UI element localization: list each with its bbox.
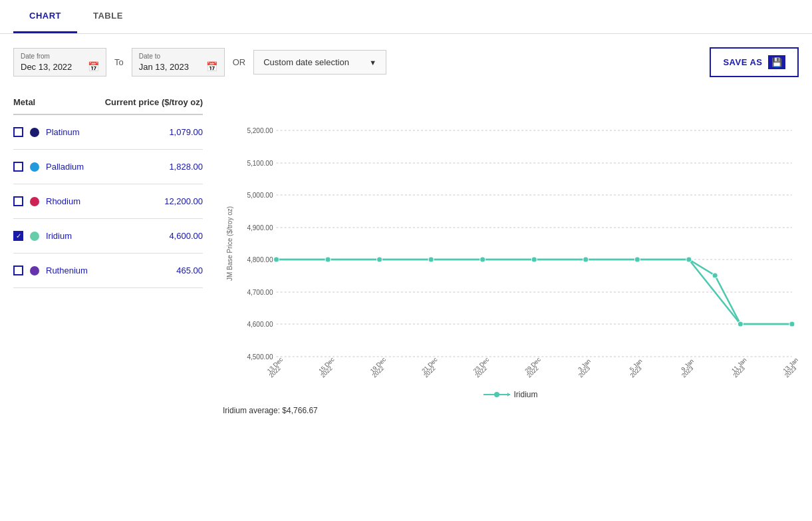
svg-text:5,200.00: 5,200.00: [247, 127, 273, 134]
metal-name[interactable]: Rhodium: [46, 196, 80, 206]
legend-iridium: Iridium: [483, 390, 537, 399]
svg-text:4,900.00: 4,900.00: [247, 224, 273, 232]
date-from-value: Dec 13, 2022: [21, 62, 72, 72]
chart-svg: .grid-line { stroke: #bbb; stroke-width:…: [223, 117, 799, 383]
svg-text:5,100.00: 5,100.00: [247, 160, 273, 167]
tab-chart[interactable]: CHART: [13, 0, 77, 33]
metal-dot: [30, 162, 39, 172]
chart-area: .grid-line { stroke: #bbb; stroke-width:…: [203, 117, 799, 422]
metals-panel: Metal Current price ($/troy oz) Platinum…: [13, 90, 203, 422]
date-to-value: Jan 13, 2023: [139, 62, 189, 72]
metal-dot: [30, 128, 39, 137]
date-from-field[interactable]: Date from Dec 13, 2022 📅: [13, 48, 106, 77]
controls-bar: Date from Dec 13, 2022 📅 To Date to Jan …: [0, 34, 812, 90]
date-to-label: Date to: [139, 53, 217, 60]
calendar-to-icon[interactable]: 📅: [206, 61, 217, 72]
or-label: OR: [233, 57, 246, 67]
metal-checkbox[interactable]: [13, 162, 23, 172]
svg-text:5,000.00: 5,000.00: [247, 192, 273, 199]
legend-iridium-label: Iridium: [513, 390, 537, 399]
svg-marker-65: [507, 393, 510, 397]
svg-point-52: [325, 257, 331, 262]
chart-legend: Iridium: [223, 390, 799, 399]
custom-date-select[interactable]: Custom date selection ▼: [253, 50, 386, 75]
svg-point-53: [377, 257, 382, 262]
svg-point-51: [274, 257, 279, 262]
chart-container: .grid-line { stroke: #bbb; stroke-width:…: [223, 117, 799, 383]
metals-header: Metal Current price ($/troy oz): [13, 90, 203, 115]
svg-point-58: [634, 257, 640, 262]
svg-point-57: [583, 257, 589, 262]
metal-row-left: Rhodium: [13, 196, 80, 206]
save-as-button[interactable]: SAVE AS 💾: [710, 47, 799, 77]
metal-checkbox[interactable]: [13, 196, 23, 206]
metal-price: 4,600.00: [169, 231, 203, 241]
metal-price: 465.00: [176, 265, 203, 275]
svg-point-55: [480, 257, 485, 262]
svg-point-62: [789, 321, 795, 327]
to-label: To: [114, 57, 124, 67]
metal-price: 1,828.00: [169, 162, 203, 172]
svg-point-61: [738, 321, 743, 327]
svg-point-64: [494, 392, 499, 397]
calendar-from-icon[interactable]: 📅: [88, 61, 99, 72]
date-from-label: Date from: [21, 53, 99, 60]
metals-list: Platinum 1,079.00 Palladium 1,828.00 Rho…: [13, 115, 203, 288]
col-metal-header: Metal: [13, 97, 35, 107]
metal-name[interactable]: Palladium: [46, 162, 84, 172]
metal-name[interactable]: Iridium: [46, 231, 72, 241]
metal-price: 1,079.00: [169, 127, 203, 137]
svg-text:4,500.00: 4,500.00: [247, 353, 273, 361]
svg-text:4,600.00: 4,600.00: [247, 321, 273, 328]
svg-point-56: [531, 257, 537, 262]
metal-row: Palladium 1,828.00: [13, 150, 203, 184]
svg-text:4,800.00: 4,800.00: [247, 256, 273, 263]
legend-line-icon: [483, 391, 510, 399]
metal-row: Rhodium 12,200.00: [13, 184, 203, 219]
metal-row-left: Ruthenium: [13, 265, 88, 275]
metal-row-left: Palladium: [13, 162, 84, 172]
svg-text:JM Base Price ($/troy oz): JM Base Price ($/troy oz): [226, 206, 233, 281]
metal-name[interactable]: Platinum: [46, 127, 80, 137]
save-icon: 💾: [768, 55, 786, 69]
tab-table[interactable]: TABLE: [77, 0, 139, 33]
custom-date-label: Custom date selection: [263, 57, 349, 67]
metal-price: 12,200.00: [164, 196, 203, 206]
metal-row: Platinum 1,079.00: [13, 115, 203, 150]
svg-point-60: [712, 273, 718, 278]
metal-row-left: Platinum: [13, 127, 80, 137]
metal-checkbox[interactable]: [13, 265, 23, 275]
svg-point-54: [428, 257, 434, 262]
col-price-header: Current price ($/troy oz): [105, 97, 203, 107]
average-text: Iridium average: $4,766.67: [223, 406, 318, 415]
metal-dot: [30, 197, 39, 206]
metal-row-left: Iridium: [13, 231, 72, 241]
metal-dot: [30, 232, 39, 241]
chevron-down-icon: ▼: [369, 59, 376, 67]
metal-dot: [30, 266, 39, 275]
date-to-field[interactable]: Date to Jan 13, 2023 📅: [132, 48, 225, 77]
save-as-label: SAVE AS: [723, 57, 762, 67]
metal-name[interactable]: Ruthenium: [46, 265, 88, 275]
tabs-bar: CHART TABLE: [0, 0, 812, 34]
svg-point-59: [686, 257, 692, 262]
svg-text:4,700.00: 4,700.00: [247, 289, 273, 296]
main-content: Metal Current price ($/troy oz) Platinum…: [0, 90, 812, 435]
metal-row: Iridium 4,600.00: [13, 219, 203, 254]
metal-checkbox[interactable]: [13, 231, 23, 241]
metal-row: Ruthenium 465.00: [13, 254, 203, 288]
chart-average: Iridium average: $4,766.67: [223, 399, 799, 415]
metal-checkbox[interactable]: [13, 127, 23, 137]
